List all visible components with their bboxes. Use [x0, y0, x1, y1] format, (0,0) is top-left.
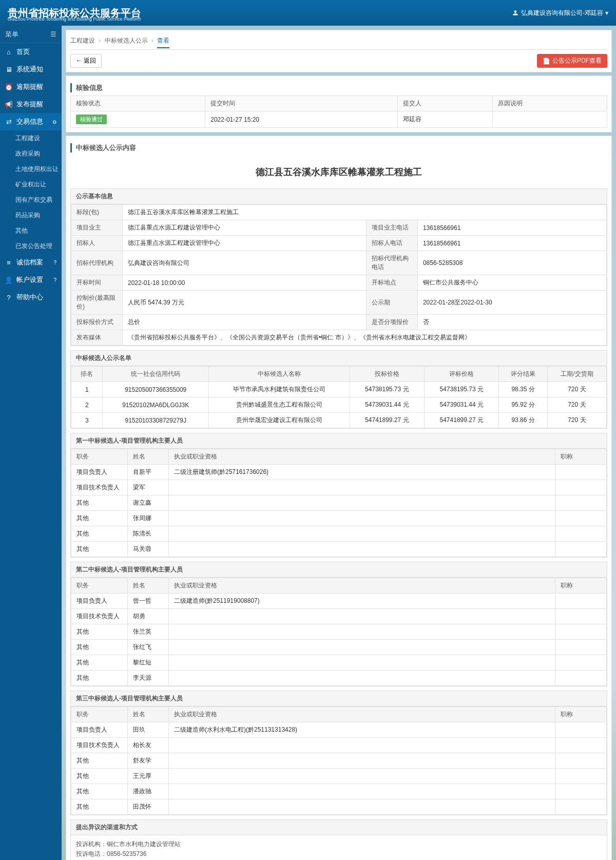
sidebar-sub-item[interactable]: 其他	[0, 223, 62, 238]
sidebar-item[interactable]: 👤帐户设置?	[0, 271, 62, 289]
help-icon: ?	[53, 277, 56, 283]
help-icon: ?	[53, 260, 56, 265]
group2-table: 职务姓名执业或职业资格职称项目负责人曾一哲二级建造师(黔251191900880…	[71, 578, 607, 686]
group2-header: 第二中标候选人-项目管理机构主要人员	[71, 562, 607, 578]
menu-icon: ⏰	[5, 83, 12, 90]
basic-info-table: 标段(包)德江县五谷溪水库库区帷幕灌浆工程施工项目业主德江县重点水源工程建设管理…	[71, 204, 607, 346]
pdf-icon: 📄	[543, 58, 550, 65]
menu-icon: ≡	[5, 259, 12, 266]
pdf-view-button[interactable]: 📄 公告公示PDF查看	[537, 54, 607, 68]
group1-header: 第一中标候选人-项目管理机构主要人员	[71, 433, 607, 449]
sidebar-item[interactable]: 📢发布提醒	[0, 95, 62, 113]
menu-icon: 👤	[5, 276, 12, 283]
sidebar-item[interactable]: 🖥系统通知	[0, 61, 62, 78]
verify-section-title: 核验信息	[70, 83, 607, 92]
sidebar-sub-item[interactable]: 药品采购	[0, 207, 62, 223]
sidebar-sub-item[interactable]: 工程建设	[0, 130, 62, 146]
sidebar-sub-item[interactable]: 土地使用权出让	[0, 161, 62, 177]
sidebar-item[interactable]: ⌂首页	[0, 43, 62, 61]
sidebar-toggle-icon[interactable]: ☰	[50, 30, 56, 38]
sidebar-item[interactable]: ≡诚信档案?	[0, 254, 62, 271]
menu-header: 菜单 ☰	[0, 26, 62, 43]
candidates-table: 排名统一社会信用代码中标候选人名称投标价格评标价格评分结果工期/交货期19152…	[71, 366, 607, 428]
objection-header: 提出异议的渠道和方式	[71, 820, 607, 835]
project-title: 德江县五谷溪水库库区帷幕灌浆工程施工	[70, 156, 607, 188]
sidebar-sub-item[interactable]: 矿业权出让	[0, 177, 62, 192]
sidebar: 菜单 ☰ ⌂首页🖥系统通知⏰逾期提醒📢发布提醒⇄交易信息⊖工程建设政府采购土地使…	[0, 26, 62, 860]
basic-info-header: 公示基本信息	[71, 189, 607, 204]
app-title-en: GuiZhou Province Tendering and Bidding P…	[8, 16, 141, 22]
menu-icon: ⇄	[5, 118, 12, 125]
back-button[interactable]: ← 返回	[70, 54, 102, 68]
sidebar-sub-item[interactable]: 已发公告处理	[0, 238, 62, 254]
group3-header: 第三中标候选人-项目管理机构主要人员	[71, 691, 607, 706]
status-badge: 核验通过	[76, 114, 107, 124]
breadcrumb-a[interactable]: 工程建设	[70, 37, 95, 44]
candidates-header: 中标候选人公示名单	[71, 351, 607, 366]
sidebar-item[interactable]: ⇄交易信息⊖	[0, 113, 62, 130]
menu-icon: ?	[5, 294, 12, 301]
chevron-down-icon: ▾	[605, 9, 608, 16]
user-menu[interactable]: 弘典建设咨询有限公司-邓廷容 ▾	[512, 9, 608, 17]
chevron-down-icon: ⊖	[52, 119, 56, 125]
sidebar-item[interactable]: ?帮助中心	[0, 289, 62, 306]
app-header: 贵州省招标投标公共服务平台 GuiZhou Province Tendering…	[0, 0, 616, 26]
breadcrumb: 工程建设 › 中标候选人公示 › 查看	[70, 34, 607, 50]
sidebar-sub-item[interactable]: 国有产权交易	[0, 192, 62, 207]
content-section-title: 中标候选人公示内容	[70, 143, 607, 152]
group1-table: 职务姓名执业或职业资格职称项目负责人肖新平二级注册建筑师(黔2571617360…	[71, 449, 607, 557]
user-icon	[512, 9, 519, 16]
breadcrumb-current: 查看	[157, 37, 169, 48]
menu-icon: ⌂	[5, 48, 12, 55]
menu-icon: 📢	[5, 101, 12, 108]
sidebar-item[interactable]: ⏰逾期提醒	[0, 78, 62, 95]
menu-icon: 🖥	[5, 66, 12, 73]
breadcrumb-b[interactable]: 中标候选人公示	[105, 37, 148, 44]
group3-table: 职务姓名执业或职业资格职称项目负责人田玖二级建造师(水利水电工程)(黔25113…	[71, 706, 607, 815]
sidebar-sub-item[interactable]: 政府采购	[0, 146, 62, 161]
verify-table: 核验状态提交时间提交人原因说明 核验通过 2022-01-27 15:20 邓廷…	[70, 95, 607, 128]
objection-body: 投诉机构：铜仁市水利电力建设管理站 投诉电话：0856-5235736	[71, 835, 607, 860]
